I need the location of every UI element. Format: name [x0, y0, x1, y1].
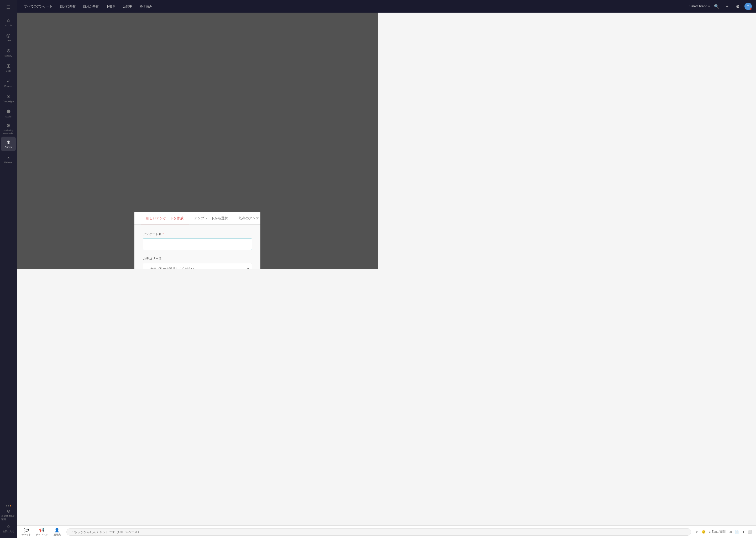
tab-new-survey[interactable]: 新しいアンケートを作成: [141, 212, 189, 224]
main-content: 新しいアンケートを作成 テンプレートから選択 既存のアンケートからコピー アンケ…: [17, 13, 378, 269]
desk-icon: ⊞: [7, 63, 11, 69]
sidebar-item-label: Webinar: [4, 161, 13, 164]
sidebar-item-label: CRM: [6, 39, 11, 42]
category-group: カテゴリー名 --- カテゴリーを選択してください--- ▾: [143, 256, 252, 269]
sidebar-item-campaigns[interactable]: ✉ Campaigns: [1, 91, 16, 106]
sidebar-item-label: Campaigns: [3, 100, 14, 103]
sidebar-item-desk[interactable]: ⊞ Desk: [1, 60, 16, 75]
webinar-icon: ⊡: [7, 154, 11, 160]
projects-icon: ✓: [7, 78, 11, 84]
survey-name-group: アンケート名*: [143, 232, 252, 250]
marketing-icon: ⚙: [6, 123, 11, 129]
sidebar-menu-button[interactable]: ☰: [3, 2, 14, 13]
sidebar-item-salesiq[interactable]: ⊙ SalesIQ: [1, 45, 16, 60]
modal-tabs: 新しいアンケートを作成 テンプレートから選択 既存のアンケートからコピー: [134, 212, 260, 225]
survey-name-label: アンケート名*: [143, 232, 252, 237]
top-navigation: すべてのアンケート 自分に共有 自分が共有 下書き 公開中 終了済み Selec…: [17, 0, 378, 13]
survey-icon: ⊛: [7, 139, 11, 145]
sidebar-item-label: Desk: [6, 70, 11, 72]
tab-copy-existing[interactable]: 既存のアンケートからコピー: [233, 212, 260, 224]
campaigns-icon: ✉: [7, 93, 11, 99]
category-select-wrapper: --- カテゴリーを選択してください--- ▾: [143, 263, 252, 269]
nav-public[interactable]: 公開中: [120, 3, 135, 10]
sidebar-item-label: ホーム: [5, 24, 12, 27]
nav-completed[interactable]: 終了済み: [136, 3, 155, 10]
salesiq-icon: ⊙: [7, 48, 11, 54]
sidebar-item-social[interactable]: ❋ Social: [1, 106, 16, 121]
sidebar-item-webinar[interactable]: ⊡ Webinar: [1, 152, 16, 167]
sidebar-item-label: Survey: [5, 146, 12, 148]
home-icon: ⌂: [7, 18, 10, 23]
nav-shared-with-me[interactable]: 自分に共有: [57, 3, 79, 10]
required-asterisk: *: [163, 232, 164, 236]
social-icon: ❋: [7, 109, 11, 115]
sidebar-item-marketing-automation[interactable]: ⚙ MarketingAutomation: [1, 121, 16, 136]
sidebar-item-home[interactable]: ⌂ ホーム: [1, 15, 16, 29]
sidebar: ☰ ⌂ ホーム ◎ CRM ⊙ SalesIQ ⊞ Desk ✓ Project…: [0, 0, 17, 269]
menu-icon: ☰: [6, 4, 11, 10]
create-survey-modal: 新しいアンケートを作成 テンプレートから選択 既存のアンケートからコピー アンケ…: [134, 212, 260, 269]
modal-body: アンケート名* カテゴリー名 --- カテゴリーを選択してください--- ▾ マ…: [134, 225, 260, 269]
sidebar-item-crm[interactable]: ◎ CRM: [1, 30, 16, 45]
survey-name-input[interactable]: [143, 239, 252, 250]
nav-draft[interactable]: 下書き: [103, 3, 118, 10]
sidebar-item-survey[interactable]: ⊛ Survey: [1, 136, 16, 151]
nav-shared-by-me[interactable]: 自分が共有: [80, 3, 102, 10]
crm-icon: ◎: [6, 32, 11, 38]
sidebar-item-label: SalesIQ: [4, 54, 12, 57]
nav-all-surveys[interactable]: すべてのアンケート: [21, 3, 56, 10]
tab-from-template[interactable]: テンプレートから選択: [189, 212, 233, 224]
sidebar-item-projects[interactable]: ✓ Projects: [1, 76, 16, 90]
sidebar-item-label: Social: [5, 115, 11, 118]
sidebar-item-label: MarketingAutomation: [3, 129, 14, 134]
category-select[interactable]: --- カテゴリーを選択してください---: [143, 263, 252, 269]
category-label: カテゴリー名: [143, 256, 252, 261]
sidebar-item-label: Projects: [4, 85, 13, 87]
